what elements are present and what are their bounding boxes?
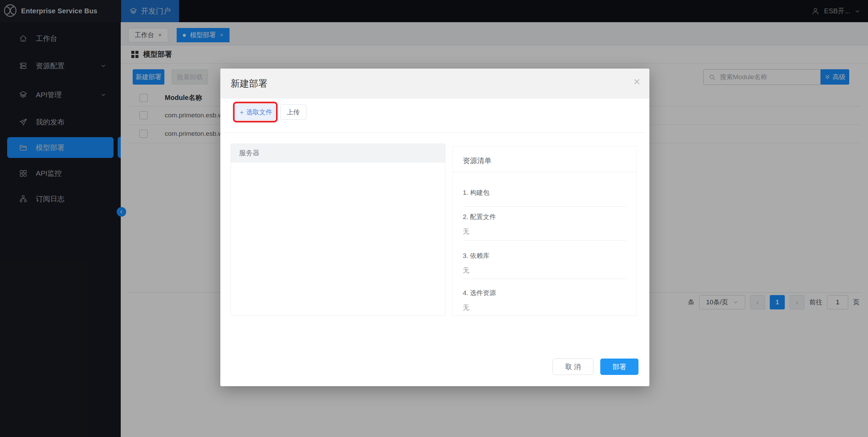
app-root: Enterprise Service Bus 工作台 资源配置 API管理 我的… [0,0,868,437]
resource-panel: 资源清单 1. 构建包 2. 配置文件 无 3. 依赖库 无 4. 选件资源 无 [452,146,637,316]
close-icon[interactable]: ✕ [633,77,641,86]
resource-item-label: 2. 配置文件 [463,213,496,221]
resource-item-label: 4. 选件资源 [463,289,496,297]
deploy-button[interactable]: 部署 [600,359,638,375]
resource-item-label: 3. 依赖库 [463,251,489,260]
resource-item-value: 无 [463,303,469,312]
upload-button[interactable]: 上传 [280,104,306,120]
plus-icon: ＋ [238,108,245,117]
modal-header: 新建部署 [220,69,649,99]
select-file-label: 选取文件 [246,108,272,117]
server-panel-header: 服务器 [231,144,445,162]
new-deploy-modal: 新建部署 ✕ ＋ 选取文件 上传 服务器 资源清单 1. 构建包 2. 配置文件… [220,69,649,386]
modal-divider [225,132,645,133]
resource-item-divider [463,206,626,207]
resource-item-value: 无 [463,266,469,275]
server-panel: 服务器 [231,144,445,316]
cancel-button[interactable]: 取 消 [553,359,593,375]
resource-panel-title: 资源清单 [463,156,491,165]
server-panel-title: 服务器 [239,148,260,158]
resource-item-label: 1. 构建包 [463,188,489,197]
resource-item-value: 无 [463,227,469,236]
red-annotation-box: ＋ 选取文件 [233,102,278,122]
resource-item-divider [463,240,626,241]
resource-panel-divider [453,172,636,172]
resource-item-divider [463,279,626,279]
modal-title: 新建部署 [231,77,267,90]
select-file-button[interactable]: ＋ 选取文件 [236,104,275,120]
